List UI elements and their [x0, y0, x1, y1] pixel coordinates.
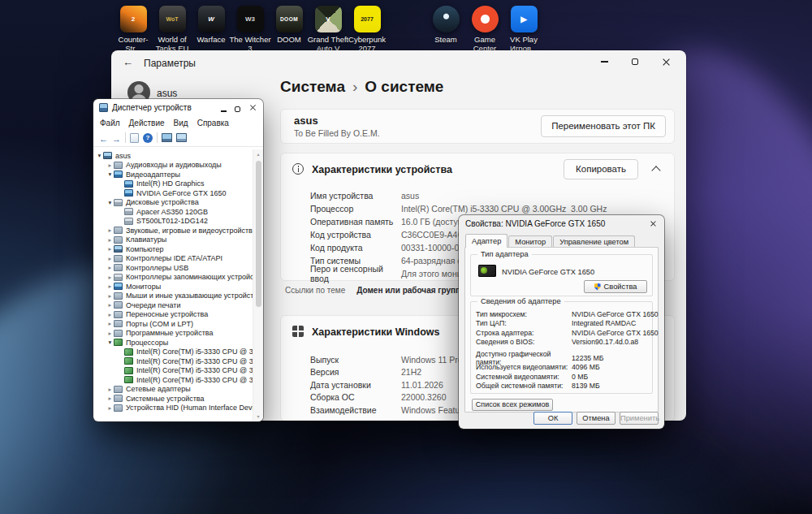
tree-item[interactable]: Клавиатуры [93, 235, 253, 245]
tree-item[interactable]: Устройства HID (Human Interface Devices) [93, 404, 253, 413]
expand-arrow-icon[interactable] [106, 246, 114, 253]
tree-item[interactable]: Очереди печати [93, 300, 253, 310]
back-button[interactable]: ← [123, 56, 133, 68]
scrollbar[interactable]: ▴ ▾ [253, 149, 263, 421]
expand-arrow-icon[interactable] [96, 153, 103, 159]
tree-item[interactable]: Мониторы [93, 282, 253, 292]
toolbar-icon[interactable] [130, 133, 139, 143]
desktop-icon[interactable]: Game Center [465, 6, 504, 53]
menu-item[interactable]: Действие [129, 119, 165, 127]
tree-item[interactable]: Intel(R) HD Graphics [93, 179, 253, 189]
tree-item[interactable]: Процессоры [93, 338, 253, 348]
tree-item-icon [114, 330, 123, 337]
dialog-titlebar[interactable]: Свойства: NVIDIA GeForce GTX 1650 [459, 215, 664, 231]
tree-item[interactable]: Контроллеры USB [93, 263, 253, 273]
close-button[interactable] [248, 101, 257, 115]
scrollbar-thumb[interactable] [256, 161, 261, 307]
device-manager-titlebar[interactable]: Диспетчер устройств [93, 99, 263, 116]
tree-item[interactable]: Дисковые устройства [93, 198, 253, 208]
expand-arrow-icon[interactable] [106, 321, 114, 327]
expand-arrow-icon[interactable] [106, 227, 114, 234]
apply-button[interactable]: Применить [620, 412, 659, 425]
toolbar-icon[interactable] [176, 133, 187, 142]
breadcrumb-system[interactable]: Система [280, 78, 345, 96]
chevron-up-icon[interactable] [651, 166, 660, 175]
tree-item[interactable]: Аудиовходы и аудиовыходы [93, 161, 253, 171]
tree-item-label: Аудиовходы и аудиовыходы [126, 161, 222, 169]
tree-item[interactable]: Видеоадаптеры [93, 170, 253, 179]
menu-item[interactable]: Справка [197, 119, 229, 127]
tree-item-icon [114, 171, 123, 178]
close-button[interactable] [650, 220, 656, 227]
expand-arrow-icon[interactable] [106, 339, 114, 346]
expand-arrow-icon[interactable] [106, 283, 114, 290]
dialog-tab[interactable]: Адаптер [465, 234, 508, 248]
expand-arrow-icon[interactable] [106, 330, 114, 337]
scroll-up-icon[interactable]: ▴ [253, 149, 263, 159]
ok-button[interactable]: ОК [533, 412, 572, 425]
page-title: О системе [365, 78, 443, 96]
toolbar-icon[interactable] [125, 132, 126, 143]
scroll-down-icon[interactable]: ▾ [253, 412, 263, 421]
copy-button[interactable]: Копировать [564, 159, 638, 179]
tree-item[interactable]: asus [93, 151, 253, 161]
maximize-button[interactable] [620, 50, 650, 73]
tree-item[interactable]: Сетевые адаптеры [93, 385, 253, 395]
tree-item[interactable]: Программные устройства [93, 329, 253, 339]
desktop-icon-glyph: W [208, 15, 214, 23]
desktop-icon[interactable]: Steam [426, 6, 465, 53]
tree-item[interactable]: Intel(R) Core(TM) i5-3330 CPU @ 3.00GHz [93, 366, 253, 376]
expand-arrow-icon[interactable] [106, 293, 114, 300]
expand-arrow-icon[interactable] [106, 405, 114, 412]
dialog-tab[interactable]: Монитор [508, 235, 552, 248]
expand-arrow-icon[interactable] [106, 387, 114, 393]
cancel-button[interactable]: Отмена [577, 412, 615, 425]
tree-item[interactable]: Системные устройства [93, 394, 253, 404]
list-all-modes-button[interactable]: Список всех режимов [472, 399, 553, 411]
tree-item[interactable]: Intel(R) Core(TM) i5-3330 CPU @ 3.00GHz [93, 348, 253, 357]
expand-arrow-icon[interactable] [106, 312, 114, 318]
tree-item[interactable]: ST500LT012-1DG142 [93, 217, 253, 227]
toolbar-icon[interactable] [157, 132, 158, 143]
toolbar-icon[interactable] [99, 131, 108, 145]
menu-item[interactable]: Вид [174, 119, 188, 127]
expand-arrow-icon[interactable] [106, 395, 114, 402]
expand-arrow-icon[interactable] [106, 265, 114, 271]
tree-item[interactable]: Компьютер [93, 244, 253, 254]
minimize-button[interactable] [221, 101, 227, 115]
expand-arrow-icon[interactable] [106, 302, 114, 309]
close-button[interactable] [650, 50, 681, 73]
expand-arrow-icon[interactable] [106, 237, 114, 244]
tree-item[interactable]: Звуковые, игровые и видеоустройства [93, 226, 253, 235]
domain-workgroup-link[interactable]: Домен или рабочая группа [356, 286, 464, 295]
toolbar-icon[interactable] [112, 131, 121, 145]
desktop-icon-glyph: W3 [245, 15, 255, 23]
info-value: Integrated RAMDAC [572, 319, 636, 327]
properties-button[interactable]: Свойства [584, 280, 647, 293]
dialog-tab[interactable]: Управление цветом [553, 235, 635, 248]
maximize-button[interactable] [235, 101, 240, 115]
tree-item[interactable]: Apacer AS350 120GB [93, 207, 253, 217]
tree-item[interactable]: Контроллеры запоминающих устройств [93, 273, 253, 283]
tree-item[interactable]: Intel(R) Core(TM) i5-3330 CPU @ 3.00GHz [93, 356, 253, 366]
info-row: Тип ЦАП: Integrated RAMDAC [471, 319, 652, 329]
desktop-icon[interactable]: ▶ VK PlayИгров... [504, 6, 543, 53]
expand-arrow-icon[interactable] [106, 274, 114, 281]
toolbar-icon[interactable] [162, 133, 172, 142]
tree-item-icon [114, 264, 123, 271]
expand-arrow-icon[interactable] [106, 162, 114, 169]
expand-arrow-icon[interactable] [106, 256, 114, 262]
expand-arrow-icon[interactable] [106, 171, 114, 178]
expand-arrow-icon[interactable] [106, 200, 114, 206]
tree-item[interactable]: NVIDIA GeForce GTX 1650 [93, 188, 253, 198]
tree-item[interactable]: Контроллеры IDE ATA/ATAPI [93, 254, 253, 264]
minimize-button[interactable] [589, 50, 620, 73]
rename-pc-button[interactable]: Переименовать этот ПК [541, 115, 666, 137]
tree-item-icon [103, 152, 112, 159]
menu-item[interactable]: Файл [100, 119, 120, 127]
tree-item[interactable]: Intel(R) Core(TM) i5-3330 CPU @ 3.00GHz [93, 375, 253, 385]
toolbar-icon[interactable] [143, 133, 153, 143]
tree-item[interactable]: Порты (COM и LPT) [93, 319, 253, 329]
tree-item[interactable]: Мыши и иные указывающие устройства [93, 292, 253, 301]
tree-item[interactable]: Переносные устройства [93, 310, 253, 320]
